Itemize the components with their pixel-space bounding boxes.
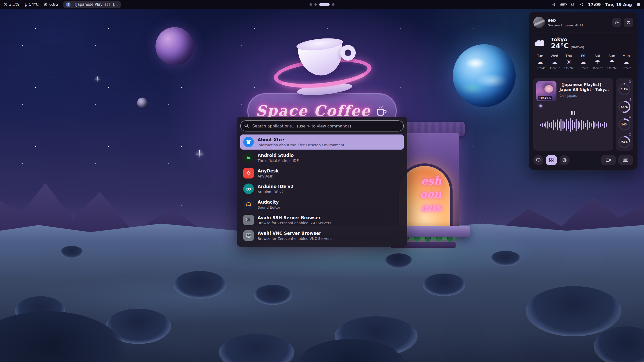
volume-icon[interactable] (579, 3, 583, 7)
infinity-glyph: ∞ (246, 185, 251, 193)
app-grid-icon[interactable] (636, 3, 640, 7)
notifications-bell-icon[interactable] (571, 3, 575, 7)
crater (174, 271, 226, 299)
weather-temperature: 24°C (551, 42, 569, 49)
launcher-item-android-studio[interactable]: Android Studio The official Android IDE (240, 150, 404, 165)
system-uptime: System Uptime: 4h11m (548, 23, 587, 27)
crater (491, 251, 521, 266)
system-gauges: 3.1% 54°C 14% 24% (616, 78, 633, 151)
launcher-item-anydesk[interactable]: AnyDesk AnyDesk (240, 166, 404, 181)
anydesk-icon (243, 168, 254, 178)
battery-icon[interactable] (560, 3, 566, 6)
forecast-day-label: Thu (566, 54, 572, 58)
network-activity-icon[interactable] (552, 3, 556, 7)
clock[interactable]: 17:09 - Tue, 19 Aug (588, 2, 632, 7)
track-artist: Chill Japan. (559, 94, 610, 98)
gauge-value: 54°C (621, 105, 628, 108)
search-input[interactable] (240, 120, 404, 131)
purple-planet (155, 27, 194, 65)
gauge-disk: 24% (618, 133, 631, 148)
earth-planet (453, 44, 516, 107)
album-art-caption: TOKYO L (538, 96, 552, 100)
app-description: Arduino IDE v2 (258, 190, 293, 194)
pause-button[interactable] (570, 110, 576, 116)
crater (254, 285, 292, 305)
app-name: Audacity (258, 200, 280, 205)
focused-window-button[interactable]: ♪ 【Japanese Playlist】 J... (63, 1, 121, 8)
forecast-temps: 35°/25° (549, 67, 560, 70)
quick-actions-dock (533, 155, 633, 165)
forecast-temps: 33°/26° (564, 67, 574, 70)
power-button[interactable] (624, 18, 633, 27)
star-glint (95, 77, 100, 82)
widgets-button[interactable] (546, 155, 557, 165)
temperature-indicator: 54°C (24, 2, 38, 7)
weather-city: Tokyo (551, 36, 584, 42)
display-button[interactable] (533, 155, 543, 165)
forecast-weather-icon: ☂ (595, 59, 600, 65)
workspace-indicator (310, 0, 335, 9)
application-launcher: About Xfce Information about the Xfce De… (237, 117, 407, 247)
gauge-temperature: 54°C (618, 98, 631, 113)
forecast-day-label: Wed (551, 54, 558, 58)
launcher-item-avahi-ssh-browser[interactable]: Avahi SSH Server Browser Browse for Zero… (240, 212, 404, 228)
app-name: About Xfce (258, 137, 344, 142)
media-player-card: TOKYO L 【Japanese Playlist】 Japan All Ni… (533, 78, 613, 151)
forecast-weather-icon: ☀ (566, 59, 572, 65)
avahi-icon (243, 215, 254, 225)
theme-button[interactable] (559, 155, 570, 165)
media-progress-slider[interactable] (536, 104, 610, 107)
gauge-value: 14% (621, 123, 627, 126)
workspace-dot-3[interactable] (319, 3, 330, 6)
track-title: 【Japanese Playlist】 Japan All Night - To… (559, 82, 610, 93)
launcher-item-about-xfce[interactable]: About Xfce Information about the Xfce De… (240, 134, 404, 150)
app-name: Avahi SSH Server Browser (258, 215, 331, 220)
username: seb (548, 18, 587, 23)
keyboard-button[interactable] (618, 155, 633, 165)
settings-button[interactable] (612, 18, 621, 27)
memory-value: 6.8G (49, 2, 59, 7)
forecast-day: Mon ☁ 33°/26° (619, 54, 633, 70)
gauge-cpu: 3.1% (618, 81, 631, 95)
workspace-dot-2[interactable] (314, 3, 317, 6)
star-glint (196, 150, 203, 158)
forecast-weather-icon: ☁ (537, 59, 543, 65)
thermometer-icon (24, 3, 27, 7)
app-description: Sound Editor (258, 205, 280, 209)
search-icon (244, 123, 249, 129)
memory-icon (628, 115, 631, 118)
forecast-weather-icon: ☂ (609, 59, 615, 65)
xfce-icon (243, 137, 254, 147)
forecast-temps: 35°/26° (578, 67, 589, 70)
app-description: Browse for Zeroconf-enabled SSH Servers (258, 221, 331, 225)
launcher-item-avahi-vnc-browser[interactable]: Avahi VNC Server Browser Browse for Zero… (240, 228, 404, 243)
screen-record-button[interactable] (601, 155, 616, 165)
crater (423, 274, 465, 296)
forecast-day: Sun ☂ 33°/26° (605, 54, 619, 70)
app-name: Avahi VNC Server Browser (258, 231, 332, 236)
user-card: seb System Uptime: 4h11m (533, 17, 633, 28)
workspace-dot-1[interactable] (310, 3, 312, 6)
app-description: Browse for Zeroconf-enabled VNC Servers (258, 237, 332, 241)
avahi-icon (243, 230, 254, 241)
audacity-icon (243, 199, 254, 210)
window-icon: ♪ (66, 3, 70, 7)
temperature-value: 54°C (29, 2, 38, 7)
launcher-item-audacity[interactable]: Audacity Sound Editor (240, 197, 404, 212)
divider (533, 74, 633, 74)
crater (60, 246, 83, 258)
launcher-item-arduino-ide[interactable]: ∞ Arduino IDE v2 Arduino IDE v2 (240, 181, 404, 196)
shop-window-neon-text: esh oon ans (420, 174, 441, 214)
forecast-day: Wed ☁ 35°/25° (548, 54, 561, 70)
control-center-panel: seb System Uptime: 4h11m Tokyo 24°C (GMT… (529, 12, 637, 170)
crater (219, 334, 294, 362)
forecast-day-label: Tue (537, 54, 543, 58)
crater (526, 286, 621, 336)
memory-indicator: 6.8G (44, 2, 59, 7)
disk-icon (628, 133, 631, 136)
gauge-memory: 14% (618, 116, 631, 130)
gauge-value: 3.1% (621, 88, 628, 91)
coffee-cup-icon (375, 104, 388, 118)
workspace-dot-4[interactable] (332, 3, 335, 6)
progress-knob[interactable] (539, 105, 542, 107)
